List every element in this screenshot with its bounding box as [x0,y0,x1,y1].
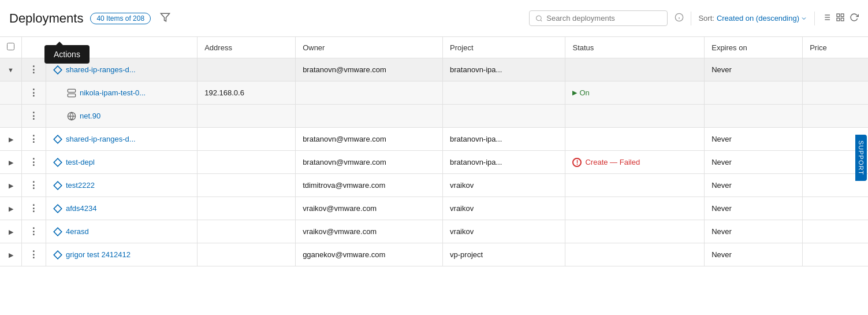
project-cell: vraikov [443,220,565,243]
grid-view-icon[interactable] [836,13,845,24]
table-container: Address Owner Project Status Expires on … [0,37,868,315]
expand-icon[interactable]: ▶ [9,251,13,258]
project-cell: vraikov [443,174,565,197]
context-menu-icon[interactable]: ⋮ [29,157,39,167]
deployment-name-link[interactable]: afds4234 [53,204,190,213]
menu-cell[interactable]: ⋮ [22,197,46,220]
name-cell: shared-ip-ranges-d... [46,128,198,151]
expand-cell [0,105,22,128]
expires-cell: Never [705,220,803,243]
status-cell [565,58,705,81]
table-row: ⋮ net.90 [0,105,868,128]
project-cell [443,81,565,105]
search-input[interactable] [546,14,661,23]
table-row: ▼⋮ shared-ip-ranges-d...bratanovn@vmware… [0,58,868,81]
deployment-name-link[interactable]: 4erasd [53,227,190,236]
filter-icon[interactable] [160,12,170,25]
th-checkbox [0,37,22,58]
deployment-name-link[interactable]: test-depl [53,158,190,167]
table-row: ▶⋮ shared-ip-ranges-d...bratanovn@vmware… [0,128,868,151]
menu-cell[interactable]: ⋮ [22,105,46,128]
expand-cell[interactable]: ▼ [0,58,22,81]
th-project: Project [443,37,565,58]
menu-cell[interactable]: ⋮ [22,151,46,174]
name-cell: grigor test 2412412 [46,243,198,266]
expand-cell[interactable]: ▶ [0,243,22,266]
context-menu-icon[interactable]: ⋮ [29,88,39,98]
name-cell: net.90 [46,105,198,128]
refresh-icon[interactable] [850,13,859,24]
deployment-name-link[interactable]: test2222 [53,181,190,190]
expand-cell [0,81,22,105]
project-cell: vp-project [443,243,565,266]
status-cell [565,128,705,151]
expand-cell[interactable]: ▶ [0,128,22,151]
expand-icon[interactable]: ▶ [9,182,13,189]
context-menu-icon[interactable]: ⋮ [29,111,39,121]
address-cell: 192.168.0.6 [198,81,296,105]
menu-cell[interactable]: ⋮ [22,58,46,81]
status-cell [565,220,705,243]
th-address: Address [198,37,296,58]
menu-cell[interactable]: ⋮ [22,81,46,105]
th-menu [22,37,46,58]
context-menu-icon[interactable]: ⋮ [29,227,39,236]
table-row: ⋮ nikola-ipam-test-0...192.168.0.6 ▶ On [0,81,868,105]
menu-cell[interactable]: ⋮ [22,128,46,151]
expires-cell: Never [705,151,803,174]
divider-1 [691,12,691,25]
context-menu-icon[interactable]: ⋮ [29,203,39,213]
expand-cell[interactable]: ▶ [0,151,22,174]
context-menu-icon[interactable]: ⋮ [29,65,39,75]
divider-2 [814,12,815,25]
table-row: ▶⋮ test2222tdimitrova@vmware.comvraikovN… [0,174,868,197]
status-text: On [579,88,589,97]
play-icon: ▶ [572,89,577,97]
deployment-name: afds4234 [66,204,97,213]
sort-dropdown[interactable]: Created on (descending) [717,14,807,23]
price-cell [803,243,868,266]
top-bar: Deployments 40 Items of 208 Sort: Create… [0,0,868,37]
expand-icon[interactable]: ▶ [9,205,13,212]
expand-cell[interactable]: ▶ [0,197,22,220]
sort-label: Sort: [698,14,714,23]
name-cell: test-depl [46,151,198,174]
name-cell: shared-ip-ranges-d... [46,58,198,81]
owner-cell: bratanovn@vmware.com [296,128,443,151]
expand-cell[interactable]: ▶ [0,220,22,243]
status-text: Create — Failed [585,158,640,166]
menu-cell[interactable]: ⋮ [22,220,46,243]
expand-icon[interactable]: ▶ [9,159,13,166]
list-view-icon[interactable] [822,13,831,24]
price-cell [803,105,868,128]
name-cell: afds4234 [46,197,198,220]
items-badge: 40 Items of 208 [90,13,151,24]
deployment-name-link[interactable]: nikola-ipam-test-0... [67,88,190,98]
deployment-name-link[interactable]: shared-ip-ranges-d... [53,65,190,75]
support-tab[interactable]: SUPPORT [855,135,867,181]
th-status: Status [565,37,705,58]
expand-icon[interactable]: ▶ [9,228,13,235]
deployment-name-link[interactable]: shared-ip-ranges-d... [53,135,190,144]
context-menu-icon[interactable]: ⋮ [29,180,39,190]
expires-cell: Never [705,58,803,81]
menu-cell[interactable]: ⋮ [22,243,46,266]
project-cell: bratanovn-ipa... [443,151,565,174]
status-failed: ! Create — Failed [572,158,697,167]
svg-marker-0 [161,13,170,21]
select-all-checkbox[interactable] [7,43,14,50]
context-menu-icon[interactable]: ⋮ [29,250,39,260]
search-box[interactable] [529,10,668,26]
status-cell [565,197,705,220]
info-icon[interactable] [675,13,684,24]
deployment-name-link[interactable]: net.90 [67,112,190,121]
context-menu-icon[interactable]: ⋮ [29,134,39,144]
collapse-icon[interactable]: ▼ [8,66,14,73]
menu-cell[interactable]: ⋮ [22,174,46,197]
deployment-name-link[interactable]: grigor test 2412412 [53,250,190,260]
expand-icon[interactable]: ▶ [9,136,13,143]
expand-cell[interactable]: ▶ [0,174,22,197]
svg-rect-14 [837,18,840,21]
table-row: ▶⋮ afds4234vraikov@vmware.comvraikovNeve… [0,197,868,220]
name-cell: nikola-ipam-test-0... [46,81,198,105]
